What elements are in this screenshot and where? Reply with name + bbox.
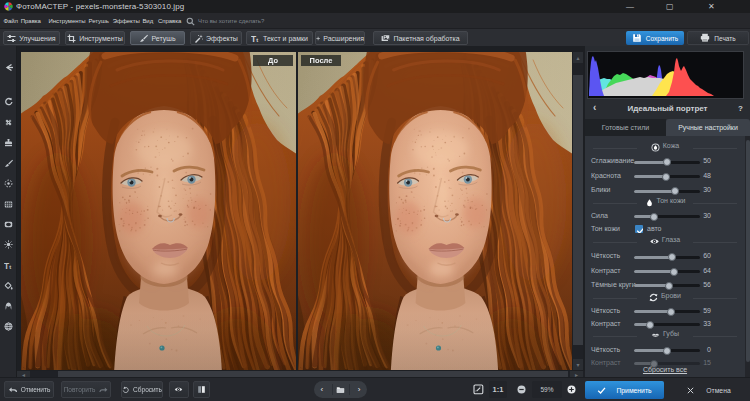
svg-text:t: t (256, 36, 258, 42)
svg-text:t: t (9, 264, 11, 270)
